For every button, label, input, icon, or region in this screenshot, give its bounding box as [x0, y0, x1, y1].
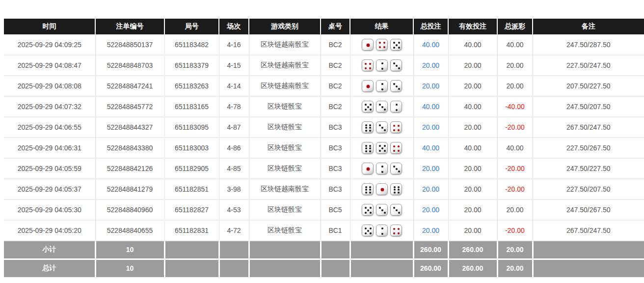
dice-group	[350, 142, 413, 154]
cell-game-type: 区块链骰宝	[249, 199, 321, 220]
die-5	[376, 142, 388, 154]
result-dice	[350, 96, 413, 117]
cell-session: 4-15	[219, 55, 249, 76]
footer-total-payout: 20.00	[497, 241, 533, 259]
cell-bet-id: 522848847241	[95, 76, 164, 96]
dice-group	[350, 101, 413, 113]
cell-session: 4-72	[219, 220, 249, 241]
cell-total-bet[interactable]: 20.00	[413, 117, 448, 138]
cell-valid-bet: 20.00	[448, 117, 497, 138]
cell-total-payout: 40.00	[497, 138, 533, 158]
footer-count: 10	[95, 259, 164, 277]
table-row: 2025-09-29 04:05:20522848840655651182831…	[4, 220, 644, 241]
die-5	[390, 39, 402, 51]
footer-empty-result	[350, 241, 413, 259]
cell-total-bet[interactable]: 40.00	[413, 34, 448, 55]
table-row: 2025-09-29 04:06:31522848843380651183003…	[4, 138, 644, 158]
footer-count: 10	[95, 241, 164, 259]
grand-total-row: 总计10260.00260.0020.00	[4, 259, 644, 277]
cell-time: 2025-09-29 04:09:25	[4, 34, 95, 55]
cell-game-type: 区块链骰宝	[249, 158, 321, 179]
die-2	[376, 59, 388, 71]
column-header-table-no: 桌号	[321, 19, 350, 34]
dice-group	[350, 59, 413, 71]
cell-total-bet[interactable]: 20.00	[413, 179, 448, 199]
cell-total-payout: 40.00	[497, 34, 533, 55]
cell-session: 4-85	[219, 158, 249, 179]
table-row: 2025-09-29 04:05:37522848841279651182851…	[4, 179, 644, 199]
cell-table-no: BC3	[321, 138, 350, 158]
subtotal-row: 小计10260.00260.0020.00	[4, 241, 644, 259]
cell-remark: 207.50/227.50	[533, 76, 644, 96]
cell-round: 651182827	[164, 199, 219, 220]
result-dice	[350, 138, 413, 158]
die-6	[362, 121, 374, 133]
cell-total-bet[interactable]: 20.00	[413, 199, 448, 220]
cell-time: 2025-09-29 04:05:30	[4, 199, 95, 220]
table-row: 2025-09-29 04:09:25522848850137651183482…	[4, 34, 644, 55]
die-2	[376, 163, 388, 174]
dice-group	[350, 225, 413, 236]
cell-valid-bet: 20.00	[448, 55, 497, 76]
cell-bet-id: 522848848703	[95, 55, 164, 76]
footer-empty-round	[164, 259, 219, 277]
die-3	[390, 59, 402, 71]
bet-records-table: 时间注单编号局号场次游戏类别桌号结果总投注有效投注总派彩备注 2025-09-2…	[4, 19, 644, 277]
die-4	[390, 225, 402, 236]
cell-remark: 227.50/207.50	[533, 179, 644, 199]
cell-session: 4-53	[219, 199, 249, 220]
cell-total-bet[interactable]: 40.00	[413, 96, 448, 117]
table-footer: 小计10260.00260.0020.00总计10260.00260.0020.…	[4, 241, 644, 277]
cell-total-bet[interactable]: 20.00	[413, 220, 448, 241]
footer-valid-bet: 260.00	[448, 241, 497, 259]
cell-total-bet[interactable]: 20.00	[413, 76, 448, 96]
cell-game-type: 区块链越南骰宝	[249, 179, 321, 199]
cell-round: 651183095	[164, 117, 219, 138]
die-6	[362, 142, 374, 154]
dice-group	[350, 183, 413, 195]
result-dice	[350, 158, 413, 179]
column-header-time: 时间	[4, 19, 95, 34]
die-3	[376, 101, 388, 113]
cell-bet-id: 522848842126	[95, 158, 164, 179]
table-row: 2025-09-29 04:05:59522848842126651182905…	[4, 158, 644, 179]
footer-valid-bet: 260.00	[448, 259, 497, 277]
cell-session: 4-78	[219, 96, 249, 117]
column-header-round: 局号	[164, 19, 219, 34]
cell-round: 651182831	[164, 220, 219, 241]
cell-remark: 247.50/207.50	[533, 96, 644, 117]
cell-remark: 227.50/267.50	[533, 138, 644, 158]
column-header-total-payout: 总派彩	[497, 19, 533, 34]
die-3	[376, 121, 388, 133]
cell-remark: 247.50/287.50	[533, 34, 644, 55]
cell-total-bet[interactable]: 20.00	[413, 55, 448, 76]
cell-table-no: BC3	[321, 158, 350, 179]
cell-remark: 267.50/247.50	[533, 220, 644, 241]
result-dice	[350, 117, 413, 138]
cell-game-type: 区块链越南骰宝	[249, 55, 321, 76]
cell-round: 651182905	[164, 158, 219, 179]
cell-total-payout: 20.00	[497, 76, 533, 96]
cell-total-bet[interactable]: 20.00	[413, 158, 448, 179]
cell-valid-bet: 20.00	[448, 199, 497, 220]
cell-total-payout: 20.00	[497, 199, 533, 220]
cell-session: 4-16	[219, 34, 249, 55]
die-2	[376, 225, 388, 236]
die-1	[362, 39, 374, 51]
cell-valid-bet: 20.00	[448, 220, 497, 241]
dice-group	[350, 163, 413, 174]
die-1	[362, 163, 374, 174]
die-4	[362, 59, 374, 71]
cell-table-no: BC2	[321, 76, 350, 96]
cell-total-payout: -20.00	[497, 117, 533, 138]
footer-empty-session	[219, 259, 249, 277]
cell-remark: 247.50/267.50	[533, 199, 644, 220]
cell-remark: 267.50/247.50	[533, 117, 644, 138]
cell-game-type: 区块链骰宝	[249, 117, 321, 138]
cell-round: 651183003	[164, 138, 219, 158]
column-header-game-type: 游戏类别	[249, 19, 321, 34]
cell-total-bet[interactable]: 40.00	[413, 138, 448, 158]
cell-time: 2025-09-29 04:05:37	[4, 179, 95, 199]
result-dice	[350, 76, 413, 96]
footer-empty-game	[249, 259, 321, 277]
